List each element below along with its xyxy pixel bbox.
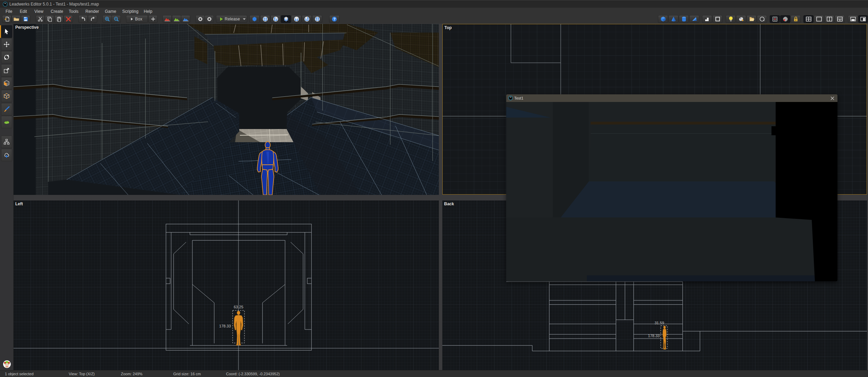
svg-text:178.33: 178.33 [219, 324, 231, 328]
svg-text:?: ? [333, 17, 336, 21]
svg-text:63.25: 63.25 [234, 305, 243, 309]
svg-text:31.59: 31.59 [654, 321, 664, 325]
svg-text:178.33: 178.33 [648, 334, 660, 338]
